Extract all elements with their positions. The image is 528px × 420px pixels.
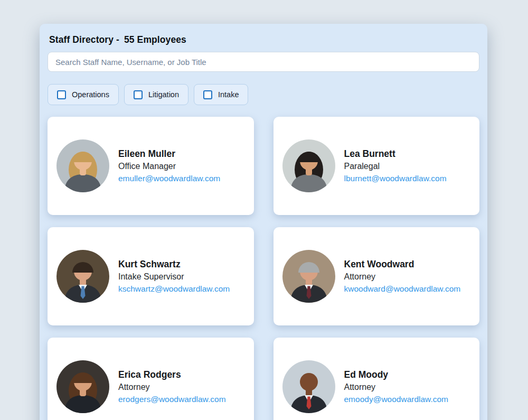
staff-photo: [56, 139, 109, 192]
staff-email-link[interactable]: emoody@woodwardlaw.com: [344, 394, 449, 405]
staff-directory-panel: Staff Directory -55 Employees Operations…: [40, 24, 487, 420]
staff-photo: [56, 360, 109, 413]
staff-card: Kent Woodward Attorney kwoodward@woodwar…: [274, 227, 480, 325]
staff-card: Erica Rodgers Attorney erodgers@woodward…: [48, 338, 254, 420]
filter-chip-operations[interactable]: Operations: [48, 84, 119, 105]
filter-chip-label: Intake: [218, 90, 239, 99]
filter-chip-label: Operations: [72, 90, 109, 99]
staff-job-title: Office Manager: [118, 160, 220, 173]
intake-checkbox[interactable]: [203, 90, 212, 99]
staff-photo: [282, 139, 335, 192]
page-title-text: Staff Directory -: [49, 34, 119, 45]
staff-info: Ed Moody Attorney emoody@woodwardlaw.com: [344, 368, 449, 405]
staff-card: Kurt Schwartz Intake Supervisor kschwart…: [48, 227, 254, 325]
staff-info: Kurt Schwartz Intake Supervisor kschwart…: [118, 258, 230, 295]
staff-info: Eileen Muller Office Manager emuller@woo…: [118, 147, 220, 184]
staff-job-title: Intake Supervisor: [118, 270, 230, 283]
staff-job-title: Attorney: [344, 381, 449, 394]
staff-name: Ed Moody: [344, 368, 449, 381]
staff-name: Kent Woodward: [344, 258, 461, 270]
operations-checkbox[interactable]: [57, 90, 66, 99]
staff-card: Ed Moody Attorney emoody@woodwardlaw.com: [274, 338, 480, 420]
staff-name: Kurt Schwartz: [118, 258, 230, 270]
search-input[interactable]: [48, 52, 479, 72]
staff-card: Lea Burnett Paralegal lburnett@woodwardl…: [274, 117, 480, 215]
staff-name: Erica Rodgers: [118, 368, 226, 381]
staff-info: Erica Rodgers Attorney erodgers@woodward…: [118, 368, 226, 405]
staff-photo: [282, 250, 335, 303]
staff-photo: [56, 250, 109, 303]
staff-email-link[interactable]: emuller@woodwardlaw.com: [118, 173, 220, 184]
staff-info: Lea Burnett Paralegal lburnett@woodwardl…: [344, 147, 447, 184]
staff-name: Eileen Muller: [118, 147, 220, 160]
staff-photo: [282, 360, 335, 413]
filter-chip-intake[interactable]: Intake: [194, 84, 249, 105]
staff-email-link[interactable]: kwoodward@woodwardlaw.com: [344, 283, 461, 295]
staff-card: Eileen Muller Office Manager emuller@woo…: [48, 117, 254, 215]
filter-bar: Operations Litigation Intake: [48, 84, 479, 105]
staff-email-link[interactable]: kschwartz@woodwardlaw.com: [118, 283, 230, 295]
filter-chip-label: Litigation: [148, 90, 179, 99]
staff-grid: Eileen Muller Office Manager emuller@woo…: [48, 117, 479, 420]
litigation-checkbox[interactable]: [134, 90, 143, 99]
page-title: Staff Directory -55 Employees: [49, 33, 478, 46]
staff-email-link[interactable]: lburnett@woodwardlaw.com: [344, 173, 447, 184]
staff-job-title: Attorney: [118, 381, 226, 394]
staff-job-title: Paralegal: [344, 160, 447, 173]
filter-chip-litigation[interactable]: Litigation: [124, 84, 188, 105]
staff-name: Lea Burnett: [344, 147, 447, 160]
staff-info: Kent Woodward Attorney kwoodward@woodwar…: [344, 258, 461, 295]
staff-email-link[interactable]: erodgers@woodwardlaw.com: [118, 394, 226, 405]
staff-job-title: Attorney: [344, 270, 461, 283]
employee-count: 55 Employees: [124, 34, 186, 45]
